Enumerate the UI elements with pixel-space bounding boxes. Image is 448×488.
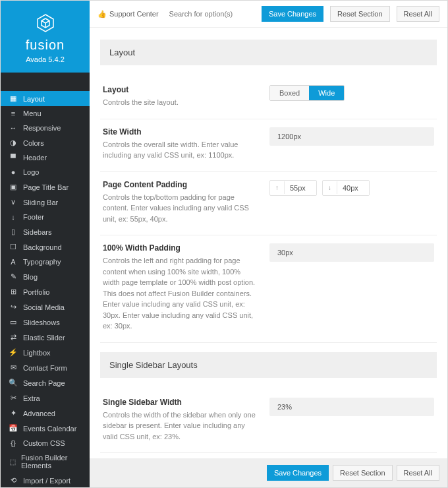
sidebar-item-label: Colors	[23, 139, 44, 147]
save-changes-button[interactable]: Save Changes	[262, 6, 323, 22]
sidebar-item-label: Sliding Bar	[23, 198, 58, 206]
sidebars-icon: ▯	[9, 228, 18, 236]
sidebar-item-label: Advanced	[23, 410, 55, 417]
sidebar-item-label: Blog	[23, 273, 38, 281]
arrow-up-icon: ↑	[270, 181, 285, 194]
sidebar-item-slideshows[interactable]: ▭Slideshows	[1, 315, 90, 330]
brand-block: fusion Avada 5.4.2	[1, 1, 90, 73]
sidebar-item-label: Logo	[23, 168, 39, 176]
sliding-bar-icon: ∨	[9, 198, 18, 206]
option-single-sidebar-width: Single Sidebar Width Controls the width …	[100, 390, 437, 454]
sidebar-item-search-page[interactable]: 🔍Search Page	[1, 375, 90, 390]
layout-icon: ▦	[9, 94, 18, 103]
sidebar-item-label: Header	[23, 154, 47, 162]
sidebar-item-elastic-slider[interactable]: ⇄Elastic Slider	[1, 330, 90, 345]
sidebar-item-lightbox[interactable]: ⚡Lightbox	[1, 345, 90, 360]
colors-icon: ◑	[9, 138, 18, 147]
padding-bottom-input[interactable]	[337, 181, 369, 195]
sidebar-item-label: Social Media	[23, 303, 65, 311]
sidebar-item-label: Events Calendar	[23, 425, 76, 433]
sidebar-item-header[interactable]: ▀Header	[1, 150, 90, 165]
option-desc: Controls the top/bottom padding for page…	[103, 192, 259, 225]
section-heading-layout: Layout	[100, 40, 437, 65]
sidebar-item-advanced[interactable]: ✦Advanced	[1, 406, 90, 421]
site-width-input[interactable]	[269, 127, 434, 146]
option-desc: Controls the left and right padding for …	[103, 255, 259, 332]
blog-icon: ✎	[9, 272, 18, 281]
sidebar-item-label: Typography	[23, 258, 61, 266]
bottombar: Save Changes Reset Section Reset All	[90, 458, 447, 487]
sidebar-item-layout[interactable]: ▦Layout	[1, 91, 90, 106]
fusion-builder-elements-icon: ⬚	[9, 458, 16, 466]
sidebar-item-fusion-builder-elements[interactable]: ⬚Fusion Builder Elements	[1, 450, 90, 473]
padding-top-input[interactable]	[285, 181, 316, 195]
sidebar-item-events-calendar[interactable]: 📅Events Calendar	[1, 421, 90, 436]
sidebar-item-label: Slideshows	[23, 319, 60, 326]
single-sidebar-width-input[interactable]	[269, 398, 434, 416]
menu-icon: ≡	[9, 109, 18, 117]
sidebar-item-typography[interactable]: ATypography	[1, 255, 90, 269]
sidebar-item-footer[interactable]: ↓Footer	[1, 210, 90, 224]
option-title: Single Sidebar Width	[103, 398, 259, 407]
sidebar-item-logo[interactable]: ●Logo	[1, 165, 90, 179]
sidebar-item-custom-css[interactable]: {}Custom CSS	[1, 436, 90, 450]
sidebar-item-label: Sidebars	[23, 228, 51, 236]
sidebar-item-label: Footer	[23, 213, 44, 221]
custom-css-icon: {}	[9, 439, 18, 447]
advanced-icon: ✦	[9, 409, 18, 417]
search-page-icon: 🔍	[9, 379, 18, 387]
option-desc: Controls the overall site width. Enter v…	[103, 139, 259, 161]
typography-icon: A	[9, 258, 18, 266]
option-desc: Controls the site layout.	[103, 97, 259, 108]
reset-section-button-bottom[interactable]: Reset Section	[333, 465, 392, 481]
lightbox-icon: ⚡	[9, 348, 18, 357]
sidebar-item-extra[interactable]: ✂Extra	[1, 390, 90, 406]
slideshows-icon: ▭	[9, 318, 18, 326]
sidebar-item-social-media[interactable]: ↪Social Media	[1, 299, 90, 315]
topbar: 👍 Support Center Save Changes Reset Sect…	[90, 1, 447, 28]
option-title: Site Width	[103, 127, 259, 137]
option-page-padding: Page Content Padding Controls the top/bo…	[100, 172, 437, 236]
search-input[interactable]	[165, 7, 255, 20]
sidebar-item-portfolio[interactable]: ⊞Portfolio	[1, 284, 90, 299]
sidebar-item-label: Custom CSS	[23, 439, 65, 447]
sidebar-item-label: Elastic Slider	[23, 334, 65, 342]
sidebar-item-label: Search Page	[23, 379, 65, 387]
layout-segmented-control: Boxed Wide	[269, 85, 345, 101]
portfolio-icon: ⊞	[9, 288, 18, 296]
sidebar-item-page-title-bar[interactable]: ▣Page Title Bar	[1, 179, 90, 195]
support-center-link[interactable]: 👍 Support Center	[98, 10, 159, 18]
reset-section-button[interactable]: Reset Section	[330, 6, 389, 22]
sidebar-item-label: Extra	[23, 394, 40, 402]
layout-wide-button[interactable]: Wide	[309, 86, 344, 100]
sidebar-item-responsive[interactable]: ↔Responsive	[1, 121, 90, 135]
option-100-width-padding: 100% Width Padding Controls the left and…	[100, 235, 437, 343]
option-title: Layout	[103, 85, 259, 94]
events-calendar-icon: 📅	[9, 424, 18, 433]
extra-icon: ✂	[9, 394, 18, 402]
option-title: 100% Width Padding	[103, 243, 259, 253]
sidebar-item-contact-form[interactable]: ✉Contact Form	[1, 360, 90, 375]
sidebar-item-menu[interactable]: ≡Menu	[1, 106, 90, 121]
sidebar-item-colors[interactable]: ◑Colors	[1, 135, 90, 150]
sidebar-item-sliding-bar[interactable]: ∨Sliding Bar	[1, 195, 90, 210]
sidebar-item-import-export[interactable]: ⟲Import / Export	[1, 473, 90, 488]
layout-boxed-button[interactable]: Boxed	[270, 86, 309, 100]
sidebar-item-blog[interactable]: ✎Blog	[1, 269, 90, 284]
page-title-bar-icon: ▣	[9, 183, 18, 191]
content-scroll: Layout Layout Controls the site layout. …	[90, 28, 447, 458]
save-changes-button-bottom[interactable]: Save Changes	[267, 465, 329, 481]
reset-all-button-bottom[interactable]: Reset All	[397, 465, 439, 481]
padding-top-control: ↑	[269, 180, 317, 196]
reset-all-button[interactable]: Reset All	[397, 6, 439, 22]
sidebar-item-label: Portfolio	[23, 288, 49, 296]
background-icon: ☐	[9, 243, 18, 251]
sidebar-item-sidebars[interactable]: ▯Sidebars	[1, 224, 90, 239]
sidebar-item-background[interactable]: ☐Background	[1, 239, 90, 255]
header-icon: ▀	[9, 154, 18, 162]
full-width-padding-input[interactable]	[269, 243, 434, 262]
search-wrapper	[165, 7, 255, 20]
sidebar-item-label: Background	[23, 243, 62, 251]
main-panel: 👍 Support Center Save Changes Reset Sect…	[90, 1, 447, 487]
sidebar-item-label: Page Title Bar	[23, 183, 69, 191]
